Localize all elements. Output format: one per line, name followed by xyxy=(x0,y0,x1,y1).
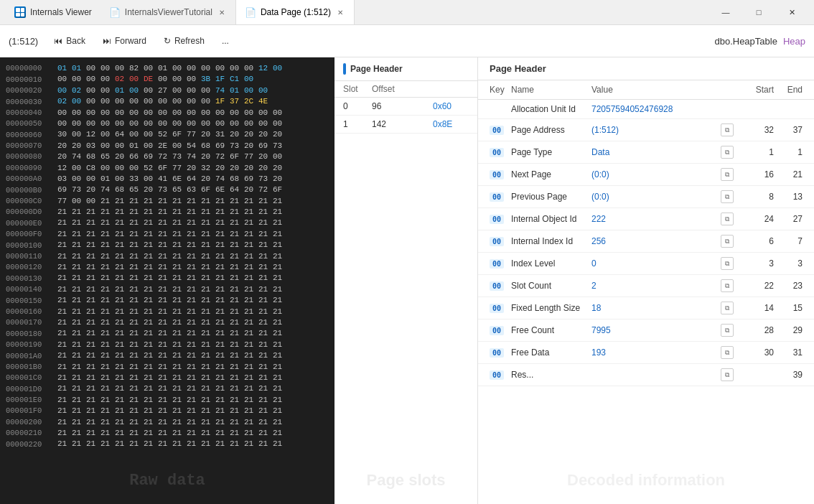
hex-byte[interactable]: 21 xyxy=(115,328,128,339)
hex-byte[interactable]: 21 xyxy=(72,395,85,406)
hex-byte[interactable]: 00 xyxy=(273,118,286,129)
hex-row[interactable]: 000001E021 21 21 21 21 21 21 21 21 21 21… xyxy=(3,395,332,406)
hex-byte[interactable]: 21 xyxy=(158,207,171,218)
hex-byte[interactable]: 21 xyxy=(57,383,70,394)
hex-byte[interactable]: 21 xyxy=(172,229,185,240)
hex-byte[interactable]: 00 xyxy=(187,108,200,118)
hex-byte[interactable]: 21 xyxy=(129,428,142,439)
hex-row[interactable]: 0000022021 21 21 21 21 21 21 21 21 21 21… xyxy=(3,439,332,449)
hex-byte[interactable]: 21 xyxy=(244,251,257,262)
hex-byte[interactable]: 21 xyxy=(72,273,85,284)
hex-byte[interactable]: 21 xyxy=(144,328,156,339)
copy-button[interactable]: ⧉ xyxy=(721,168,734,181)
copy-button[interactable]: ⧉ xyxy=(721,190,734,203)
hex-byte[interactable]: 00 xyxy=(258,118,271,129)
hex-byte[interactable]: 21 xyxy=(244,295,257,306)
hex-byte[interactable]: 21 xyxy=(100,350,113,361)
hex-byte[interactable]: 00 xyxy=(172,63,185,74)
hex-byte[interactable]: 21 xyxy=(258,229,271,240)
hex-byte[interactable]: 21 xyxy=(86,350,99,361)
hex-byte[interactable]: 00 xyxy=(115,163,128,174)
hex-byte[interactable]: 21 xyxy=(100,328,113,339)
hex-byte[interactable]: 21 xyxy=(129,317,142,328)
hex-byte[interactable]: 6F xyxy=(201,185,214,195)
hex-byte[interactable]: 69 xyxy=(57,185,70,195)
hex-byte[interactable]: 21 xyxy=(115,251,128,262)
hex-byte[interactable]: 20 xyxy=(115,151,128,162)
hex-byte[interactable]: 21 xyxy=(144,350,156,361)
hex-byte[interactable]: 21 xyxy=(129,240,142,251)
hex-byte[interactable]: 21 xyxy=(158,350,171,361)
hex-byte[interactable]: 21 xyxy=(230,362,243,373)
decoded-rows[interactable]: Allocation Unit Id7205759405247692800Pag… xyxy=(478,100,814,504)
hex-byte[interactable]: 21 xyxy=(86,284,99,295)
hex-byte[interactable]: 21 xyxy=(57,350,70,361)
hex-byte[interactable]: 00 xyxy=(57,74,70,85)
hex-byte[interactable]: 00 xyxy=(215,63,228,74)
hex-byte[interactable]: 21 xyxy=(201,383,214,394)
hex-byte[interactable]: 20 xyxy=(230,163,243,174)
hex-byte[interactable]: 21 xyxy=(215,328,228,339)
hex-byte[interactable]: 74 xyxy=(100,185,113,195)
hex-byte[interactable]: 21 xyxy=(258,340,271,350)
decoded-copy[interactable]: ⧉ xyxy=(721,168,738,181)
hex-byte[interactable]: 21 xyxy=(86,251,99,262)
hex-byte[interactable]: 21 xyxy=(187,262,200,273)
hex-byte[interactable]: 00 xyxy=(215,108,228,118)
hex-byte[interactable]: 21 xyxy=(100,284,113,295)
hex-byte[interactable]: 21 xyxy=(115,417,128,428)
hex-byte[interactable]: 2E xyxy=(158,141,171,151)
hex-byte[interactable]: 21 xyxy=(273,229,286,240)
hex-byte[interactable]: 21 xyxy=(230,383,243,394)
hex-byte[interactable]: 21 xyxy=(72,240,85,251)
decoded-copy[interactable]: ⧉ xyxy=(721,235,738,248)
hex-byte[interactable]: 21 xyxy=(158,229,171,240)
hex-byte[interactable]: 00 xyxy=(187,63,200,74)
hex-byte[interactable]: 21 xyxy=(201,373,214,383)
hex-byte[interactable]: 21 xyxy=(144,273,156,284)
hex-byte[interactable]: 21 xyxy=(273,284,286,295)
hex-byte[interactable]: 21 xyxy=(158,240,171,251)
hex-byte[interactable]: 21 xyxy=(230,207,243,218)
hex-byte[interactable]: 21 xyxy=(244,395,257,406)
hex-byte[interactable]: 21 xyxy=(215,439,228,449)
hex-byte[interactable]: 20 xyxy=(244,141,257,151)
hex-byte[interactable]: 21 xyxy=(72,218,85,228)
hex-byte[interactable]: 21 xyxy=(144,240,156,251)
hex-byte[interactable]: 21 xyxy=(201,362,214,373)
hex-byte[interactable]: 21 xyxy=(129,307,142,317)
hex-byte[interactable]: 21 xyxy=(215,273,228,284)
hex-byte[interactable]: 00 xyxy=(172,141,185,151)
hex-byte[interactable]: 20 xyxy=(273,129,286,140)
hex-byte[interactable]: 21 xyxy=(115,284,128,295)
hex-row[interactable]: 000001D021 21 21 21 21 21 21 21 21 21 21… xyxy=(3,383,332,394)
hex-byte[interactable]: 21 xyxy=(244,428,257,439)
hex-byte[interactable]: 21 xyxy=(100,229,113,240)
hex-byte[interactable]: 21 xyxy=(230,417,243,428)
hex-byte[interactable]: 00 xyxy=(86,196,99,207)
hex-byte[interactable]: 00 xyxy=(86,85,99,96)
hex-byte[interactable]: 21 xyxy=(215,240,228,251)
decoded-copy[interactable]: ⧉ xyxy=(721,146,738,159)
hex-byte[interactable]: 21 xyxy=(230,218,243,228)
hex-byte[interactable]: 01 xyxy=(230,85,243,96)
hex-byte[interactable]: 6F xyxy=(158,163,171,174)
hex-byte[interactable]: 21 xyxy=(115,406,128,416)
hex-byte[interactable]: 21 xyxy=(115,229,128,240)
hex-byte[interactable]: 52 xyxy=(158,129,171,140)
hex-byte[interactable]: 21 xyxy=(115,317,128,328)
hex-byte[interactable]: 21 xyxy=(172,383,185,394)
hex-byte[interactable]: 73 xyxy=(158,185,171,195)
hex-byte[interactable]: 21 xyxy=(187,406,200,416)
hex-byte[interactable]: 21 xyxy=(201,207,214,218)
hex-byte[interactable]: C1 xyxy=(230,74,243,85)
slot-row[interactable]: 0960x60 xyxy=(335,98,477,116)
hex-byte[interactable]: 21 xyxy=(244,406,257,416)
hex-byte[interactable]: 21 xyxy=(172,251,185,262)
hex-byte[interactable]: 21 xyxy=(115,207,128,218)
hex-byte[interactable]: 21 xyxy=(100,340,113,350)
hex-byte[interactable]: 1F xyxy=(215,96,228,107)
hex-byte[interactable]: 21 xyxy=(215,428,228,439)
hex-byte[interactable]: 21 xyxy=(144,251,156,262)
hex-byte[interactable]: 21 xyxy=(244,307,257,317)
